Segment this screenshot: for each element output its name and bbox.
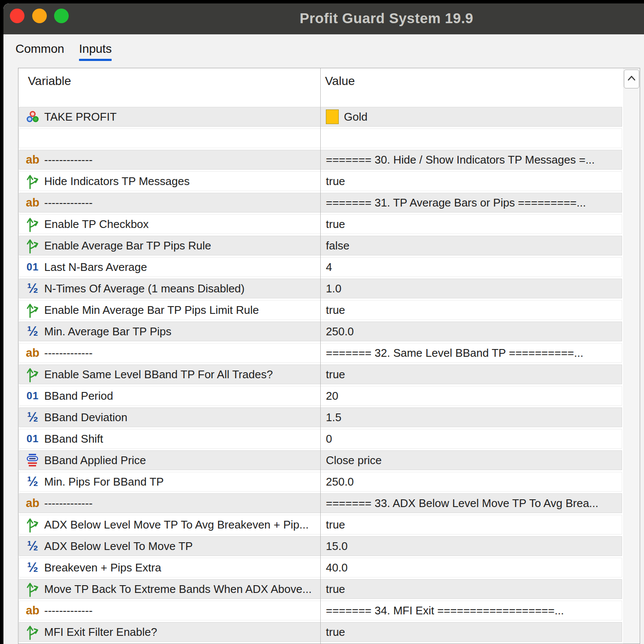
- bool-icon: [24, 580, 41, 598]
- variable-cell[interactable]: Enable Min Average Bar TP Pips Limit Rul…: [19, 301, 321, 319]
- variable-cell[interactable]: Enable Average Bar TP Pips Rule: [19, 236, 321, 255]
- value-cell[interactable]: ======= 30. Hide / Show Indicators TP Me…: [321, 150, 622, 169]
- variable-cell[interactable]: Move TP Back To Extreme Bands When ADX A…: [19, 580, 321, 598]
- variable-cell[interactable]: [19, 129, 321, 148]
- value-cell[interactable]: 4: [321, 258, 622, 276]
- variable-cell[interactable]: ½ N-Times Of Average (1 means Disabled): [19, 279, 321, 298]
- value-cell[interactable]: true: [321, 580, 622, 598]
- value-cell[interactable]: true: [321, 215, 622, 234]
- int-icon: 01: [24, 390, 41, 402]
- variable-cell[interactable]: ½ Min. Average Bar TP Pips: [19, 322, 321, 341]
- row-value: 250.0: [326, 475, 354, 489]
- column-header-variable[interactable]: Variable: [28, 74, 71, 88]
- value-cell[interactable]: true: [321, 172, 622, 191]
- int-icon: 01: [24, 433, 41, 445]
- tab-common[interactable]: Common: [15, 42, 64, 60]
- minimize-button[interactable]: [32, 9, 47, 23]
- variable-cell[interactable]: TAKE PROFIT: [19, 107, 321, 126]
- variable-cell[interactable]: 01 BBand Shift: [19, 429, 321, 448]
- row-value: Close price: [326, 454, 382, 467]
- row-value: 40.0: [326, 561, 348, 574]
- column-divider[interactable]: [320, 68, 321, 644]
- variable-cell[interactable]: 01 BBand Period: [19, 386, 321, 405]
- value-cell[interactable]: 15.0: [321, 537, 622, 556]
- variable-cell[interactable]: ½ Breakeven + Pips Extra: [19, 558, 321, 577]
- variable-cell[interactable]: MFI Exit Filter Enable?: [19, 623, 321, 641]
- value-cell[interactable]: [321, 129, 622, 148]
- variable-cell[interactable]: Hide Indicators TP Messages: [19, 172, 321, 191]
- variable-cell[interactable]: 01 Last N-Bars Average: [19, 258, 321, 276]
- bool-icon: [24, 623, 41, 641]
- value-cell[interactable]: 0: [321, 429, 622, 448]
- value-cell[interactable]: true: [321, 623, 622, 641]
- value-cell[interactable]: true: [321, 365, 622, 384]
- value-cell[interactable]: ======= 32. Same Level BBand TP ========…: [321, 343, 622, 362]
- value-cell[interactable]: Close price: [321, 451, 622, 470]
- variable-cell[interactable]: Enable Same Level BBand TP For All Trade…: [19, 365, 321, 384]
- row-value: true: [326, 583, 345, 596]
- value-cell[interactable]: ======= 34. MFI Exit ==================.…: [321, 601, 622, 620]
- row-value: ======= 31. TP Average Bars or Pips ====…: [326, 196, 586, 210]
- variable-cell[interactable]: ab -------------: [19, 150, 321, 169]
- ab-icon: ab: [24, 153, 41, 167]
- row-value: true: [326, 368, 345, 381]
- value-cell[interactable]: true: [321, 301, 622, 319]
- variable-cell[interactable]: ½ Min. Pips For BBand TP: [19, 472, 321, 491]
- variable-cell[interactable]: ADX Below Level Move TP To Avg Breakeven…: [19, 515, 321, 534]
- color-swatch[interactable]: [326, 109, 339, 124]
- row-value: ======= 34. MFI Exit ==================.…: [326, 604, 564, 617]
- row-value: 1.5: [326, 411, 341, 424]
- row-value: 1.0: [326, 282, 341, 295]
- parameters-table: Variable Value TAKE PROFIT Gold ab -----…: [18, 68, 640, 644]
- row-value: Gold: [344, 110, 368, 124]
- ab-icon: ab: [24, 604, 41, 617]
- variable-cell[interactable]: ab -------------: [19, 193, 321, 212]
- color-icon: [24, 110, 41, 123]
- row-label: Min. Pips For BBand TP: [44, 475, 164, 489]
- int-icon: 01: [24, 261, 41, 273]
- value-cell[interactable]: 40.0: [321, 558, 622, 577]
- value-cell[interactable]: false: [321, 236, 622, 255]
- window-title: Profit Guard System 19.9: [300, 10, 473, 27]
- value-cell[interactable]: 1.0: [321, 279, 622, 298]
- value-cell[interactable]: 1.5: [321, 408, 622, 427]
- variable-cell[interactable]: BBand Applied Price: [19, 451, 321, 470]
- row-label: BBand Deviation: [44, 411, 128, 424]
- variable-cell[interactable]: Enable TP Checkbox: [19, 215, 321, 234]
- variable-cell[interactable]: ab -------------: [19, 494, 321, 513]
- column-header-value[interactable]: Value: [325, 74, 355, 88]
- value-cell[interactable]: Gold: [321, 107, 622, 126]
- ab-icon: ab: [24, 196, 41, 210]
- double-icon: ½: [24, 474, 41, 489]
- value-cell[interactable]: 250.0: [321, 472, 622, 491]
- zoom-button[interactable]: [54, 9, 69, 23]
- titlebar: Profit Guard System 19.9: [3, 3, 644, 34]
- bool-icon: [24, 215, 41, 233]
- value-cell[interactable]: 20: [321, 386, 622, 405]
- value-cell[interactable]: ======= 31. TP Average Bars or Pips ====…: [321, 193, 622, 212]
- variable-cell[interactable]: ab -------------: [19, 343, 321, 362]
- variable-cell[interactable]: ab -------------: [19, 601, 321, 620]
- row-label: Enable TP Checkbox: [44, 218, 149, 231]
- scrollbar-track[interactable]: [623, 68, 640, 644]
- ab-icon: ab: [24, 497, 41, 510]
- row-value: true: [326, 175, 345, 188]
- row-label: Enable Min Average Bar TP Pips Limit Rul…: [44, 304, 259, 317]
- variable-cell[interactable]: ½ BBand Deviation: [19, 408, 321, 427]
- double-icon: ½: [24, 538, 41, 554]
- row-label: Min. Average Bar TP Pips: [44, 325, 171, 338]
- double-icon: ½: [24, 560, 41, 575]
- variable-cell[interactable]: ½ ADX Below Level To Move TP: [19, 537, 321, 556]
- scroll-up-button[interactable]: [624, 70, 639, 88]
- value-cell[interactable]: true: [321, 515, 622, 534]
- row-value: ======= 33. ADX Below Level Move TP To A…: [326, 497, 598, 510]
- row-value: ======= 32. Same Level BBand TP ========…: [326, 346, 583, 360]
- row-value: 0: [326, 432, 332, 446]
- value-cell[interactable]: 250.0: [321, 322, 622, 341]
- row-label: Enable Same Level BBand TP For All Trade…: [44, 368, 273, 381]
- row-value: true: [326, 304, 345, 317]
- tab-inputs[interactable]: Inputs: [79, 42, 112, 60]
- close-button[interactable]: [10, 9, 24, 23]
- bool-icon: [24, 365, 41, 383]
- value-cell[interactable]: ======= 33. ADX Below Level Move TP To A…: [321, 494, 622, 513]
